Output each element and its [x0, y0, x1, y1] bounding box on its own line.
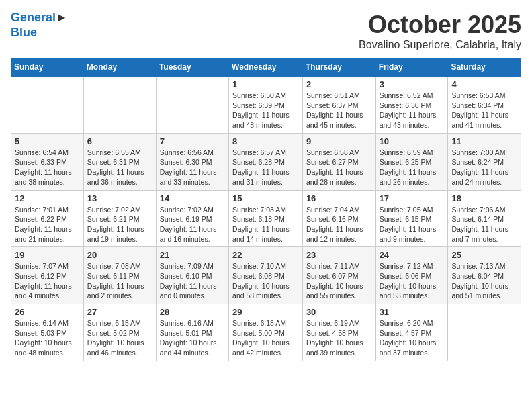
day-number: 9 [306, 136, 372, 146]
cell-info: Sunrise: 6:14 AM Sunset: 5:03 PM Dayligh… [15, 318, 80, 358]
day-number: 16 [306, 193, 372, 203]
cell-info: Sunrise: 7:04 AM Sunset: 6:16 PM Dayligh… [306, 205, 372, 244]
day-number: 23 [306, 250, 372, 260]
cell-info: Sunrise: 6:15 AM Sunset: 5:02 PM Dayligh… [87, 318, 152, 358]
calendar-cell: 1Sunrise: 6:50 AM Sunset: 6:39 PM Daylig… [229, 77, 303, 134]
calendar-cell: 27Sunrise: 6:15 AM Sunset: 5:02 PM Dayli… [83, 304, 156, 361]
location: Bovalino Superiore, Calabria, Italy [359, 39, 521, 51]
day-number: 13 [87, 193, 152, 203]
calendar-cell: 23Sunrise: 7:11 AM Sunset: 6:07 PM Dayli… [302, 247, 375, 304]
calendar-cell: 21Sunrise: 7:09 AM Sunset: 6:10 PM Dayli… [156, 247, 228, 304]
day-number: 29 [232, 307, 299, 317]
day-number: 18 [451, 193, 517, 203]
day-number: 19 [15, 250, 80, 260]
calendar-cell: 24Sunrise: 7:12 AM Sunset: 6:06 PM Dayli… [375, 247, 448, 304]
day-number: 22 [232, 250, 299, 260]
calendar-cell: 30Sunrise: 6:19 AM Sunset: 4:58 PM Dayli… [302, 304, 375, 361]
cell-info: Sunrise: 7:01 AM Sunset: 6:22 PM Dayligh… [15, 205, 80, 244]
day-number: 3 [380, 79, 445, 89]
calendar-cell: 18Sunrise: 7:06 AM Sunset: 6:14 PM Dayli… [448, 190, 521, 247]
calendar-cell: 9Sunrise: 6:58 AM Sunset: 6:27 PM Daylig… [302, 133, 375, 190]
calendar-cell: 10Sunrise: 6:59 AM Sunset: 6:25 PM Dayli… [375, 133, 448, 190]
calendar-cell [83, 77, 156, 134]
calendar-cell: 13Sunrise: 7:02 AM Sunset: 6:21 PM Dayli… [83, 190, 156, 247]
calendar-cell: 26Sunrise: 6:14 AM Sunset: 5:03 PM Dayli… [11, 304, 84, 361]
calendar-cell: 5Sunrise: 6:54 AM Sunset: 6:33 PM Daylig… [11, 133, 84, 190]
day-number: 28 [160, 307, 225, 317]
calendar-cell [156, 77, 228, 134]
day-number: 6 [87, 136, 152, 146]
col-header-wednesday: Wednesday [229, 58, 303, 77]
cell-info: Sunrise: 7:07 AM Sunset: 6:12 PM Dayligh… [15, 261, 80, 301]
calendar-cell: 22Sunrise: 7:10 AM Sunset: 6:08 PM Dayli… [229, 247, 303, 304]
calendar-cell: 25Sunrise: 7:13 AM Sunset: 6:04 PM Dayli… [448, 247, 521, 304]
day-number: 17 [380, 193, 445, 203]
cell-info: Sunrise: 6:16 AM Sunset: 5:01 PM Dayligh… [160, 318, 225, 358]
calendar-cell: 15Sunrise: 7:03 AM Sunset: 6:18 PM Dayli… [229, 190, 303, 247]
day-number: 26 [15, 307, 80, 317]
cell-info: Sunrise: 6:18 AM Sunset: 5:00 PM Dayligh… [232, 318, 299, 358]
cell-info: Sunrise: 6:52 AM Sunset: 6:36 PM Dayligh… [380, 91, 445, 130]
calendar-cell: 31Sunrise: 6:20 AM Sunset: 4:57 PM Dayli… [375, 304, 448, 361]
calendar-cell: 7Sunrise: 6:56 AM Sunset: 6:30 PM Daylig… [156, 133, 228, 190]
col-header-saturday: Saturday [448, 58, 521, 77]
cell-info: Sunrise: 6:53 AM Sunset: 6:34 PM Dayligh… [451, 91, 517, 130]
day-number: 15 [232, 193, 299, 203]
calendar-cell: 28Sunrise: 6:16 AM Sunset: 5:01 PM Dayli… [156, 304, 228, 361]
cell-info: Sunrise: 6:20 AM Sunset: 4:57 PM Dayligh… [380, 318, 445, 358]
day-number: 20 [87, 250, 152, 260]
calendar-cell: 3Sunrise: 6:52 AM Sunset: 6:36 PM Daylig… [375, 77, 448, 134]
month-title: October 2025 [359, 11, 521, 39]
calendar-cell: 4Sunrise: 6:53 AM Sunset: 6:34 PM Daylig… [448, 77, 521, 134]
calendar-cell: 19Sunrise: 7:07 AM Sunset: 6:12 PM Dayli… [11, 247, 84, 304]
cell-info: Sunrise: 6:58 AM Sunset: 6:27 PM Dayligh… [306, 148, 372, 187]
cell-info: Sunrise: 7:00 AM Sunset: 6:24 PM Dayligh… [451, 148, 517, 187]
day-number: 1 [232, 79, 299, 89]
col-header-thursday: Thursday [302, 58, 375, 77]
logo-text: General►Blue [11, 11, 68, 40]
day-number: 10 [380, 136, 445, 146]
day-number: 21 [160, 250, 225, 260]
title-block: October 2025 Bovalino Superiore, Calabri… [359, 11, 521, 51]
logo: General►Blue [11, 11, 68, 40]
cell-info: Sunrise: 7:09 AM Sunset: 6:10 PM Dayligh… [160, 261, 225, 301]
cell-info: Sunrise: 7:02 AM Sunset: 6:19 PM Dayligh… [160, 205, 225, 244]
cell-info: Sunrise: 7:08 AM Sunset: 6:11 PM Dayligh… [87, 261, 152, 301]
cell-info: Sunrise: 6:54 AM Sunset: 6:33 PM Dayligh… [15, 148, 80, 187]
day-number: 5 [15, 136, 80, 146]
col-header-monday: Monday [83, 58, 156, 77]
calendar-cell: 2Sunrise: 6:51 AM Sunset: 6:37 PM Daylig… [302, 77, 375, 134]
page-header: General►Blue October 2025 Bovalino Super… [11, 11, 521, 51]
day-number: 25 [451, 250, 517, 260]
col-header-friday: Friday [375, 58, 448, 77]
cell-info: Sunrise: 7:03 AM Sunset: 6:18 PM Dayligh… [232, 205, 299, 244]
col-header-tuesday: Tuesday [156, 58, 228, 77]
calendar-cell: 6Sunrise: 6:55 AM Sunset: 6:31 PM Daylig… [83, 133, 156, 190]
calendar-cell: 16Sunrise: 7:04 AM Sunset: 6:16 PM Dayli… [302, 190, 375, 247]
calendar-cell: 8Sunrise: 6:57 AM Sunset: 6:28 PM Daylig… [229, 133, 303, 190]
day-number: 30 [306, 307, 372, 317]
cell-info: Sunrise: 6:19 AM Sunset: 4:58 PM Dayligh… [306, 318, 372, 358]
day-number: 8 [232, 136, 299, 146]
day-number: 31 [380, 307, 445, 317]
calendar-cell: 17Sunrise: 7:05 AM Sunset: 6:15 PM Dayli… [375, 190, 448, 247]
cell-info: Sunrise: 7:12 AM Sunset: 6:06 PM Dayligh… [380, 261, 445, 301]
calendar-table: SundayMondayTuesdayWednesdayThursdayFrid… [11, 58, 521, 361]
calendar-cell: 20Sunrise: 7:08 AM Sunset: 6:11 PM Dayli… [83, 247, 156, 304]
calendar-cell [11, 77, 84, 134]
calendar-cell: 14Sunrise: 7:02 AM Sunset: 6:19 PM Dayli… [156, 190, 228, 247]
calendar-cell [448, 304, 521, 361]
cell-info: Sunrise: 6:55 AM Sunset: 6:31 PM Dayligh… [87, 148, 152, 187]
calendar-cell: 12Sunrise: 7:01 AM Sunset: 6:22 PM Dayli… [11, 190, 84, 247]
cell-info: Sunrise: 6:51 AM Sunset: 6:37 PM Dayligh… [306, 91, 372, 130]
day-number: 7 [160, 136, 225, 146]
day-number: 14 [160, 193, 225, 203]
cell-info: Sunrise: 6:57 AM Sunset: 6:28 PM Dayligh… [232, 148, 299, 187]
cell-info: Sunrise: 6:59 AM Sunset: 6:25 PM Dayligh… [380, 148, 445, 187]
day-number: 2 [306, 79, 372, 89]
calendar-cell: 11Sunrise: 7:00 AM Sunset: 6:24 PM Dayli… [448, 133, 521, 190]
cell-info: Sunrise: 6:50 AM Sunset: 6:39 PM Dayligh… [232, 91, 299, 130]
cell-info: Sunrise: 7:10 AM Sunset: 6:08 PM Dayligh… [232, 261, 299, 301]
day-number: 11 [451, 136, 517, 146]
day-number: 4 [451, 79, 517, 89]
